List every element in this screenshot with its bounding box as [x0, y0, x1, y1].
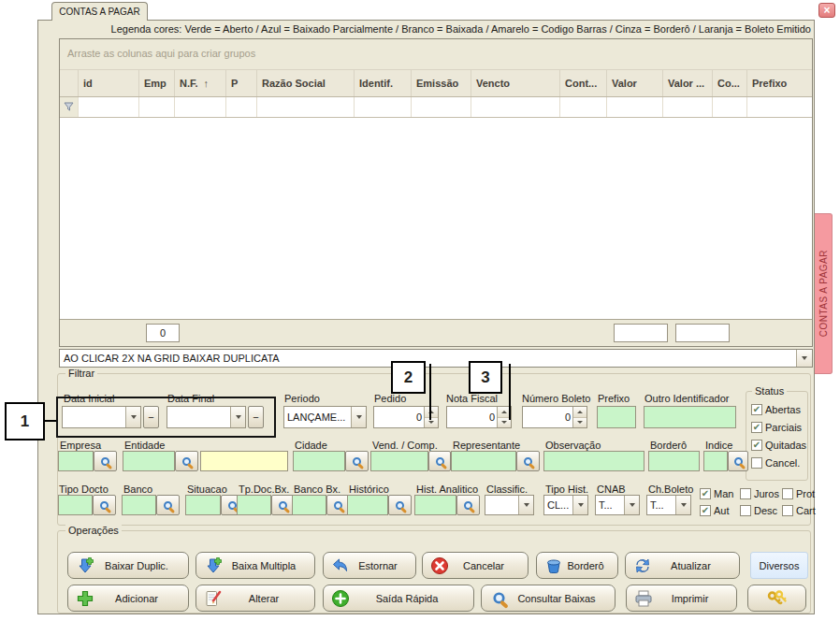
banco-input[interactable]: [122, 495, 156, 515]
historico-search-button[interactable]: [388, 495, 412, 515]
column-header-valor2[interactable]: Valor ...: [663, 70, 713, 96]
status-option-parciais[interactable]: ✔ Parciais: [751, 422, 802, 433]
cidade-input[interactable]: [293, 451, 345, 471]
check-aut[interactable]: ✔ Aut: [700, 505, 730, 516]
filter-cell-cont[interactable]: [560, 97, 607, 117]
tipo-hist-combo[interactable]: CL...: [543, 495, 588, 515]
entidade-name-input[interactable]: [200, 451, 288, 471]
bordero-input[interactable]: [648, 451, 700, 471]
imprimir-button[interactable]: Imprimir: [626, 585, 737, 612]
periodo-combo[interactable]: LANÇAME...: [283, 406, 367, 428]
tab-contas-a-pagar[interactable]: CONTAS A PAGAR: [51, 2, 148, 21]
column-header-cont[interactable]: Cont...: [560, 70, 607, 96]
column-header-valor[interactable]: Valor: [607, 70, 663, 96]
ch-boleto-combo[interactable]: T...: [646, 495, 691, 515]
column-header-co[interactable]: Co...: [713, 70, 747, 96]
column-header-selector[interactable]: [60, 70, 79, 96]
checkbox-unchecked-icon[interactable]: [782, 488, 793, 499]
checkbox-checked-icon[interactable]: ✔: [700, 505, 711, 516]
tp-doc-bx-input[interactable]: [237, 495, 271, 515]
indice-input[interactable]: [703, 451, 728, 471]
entidade-input[interactable]: [123, 451, 175, 471]
filter-cell-nf[interactable]: [175, 97, 226, 117]
pedido-spin-up-button[interactable]: [425, 407, 438, 418]
indice-search-button[interactable]: [728, 451, 748, 471]
adicionar-button[interactable]: Adicionar: [67, 585, 189, 612]
hist-analitico-input[interactable]: [414, 495, 456, 515]
column-header-nf[interactable]: N.F.↑: [175, 70, 226, 96]
checkbox-unchecked-icon[interactable]: [782, 505, 793, 516]
atualizar-button[interactable]: Atualizar: [625, 552, 740, 579]
cidade-search-button[interactable]: [345, 451, 369, 471]
filter-cell-p[interactable]: [226, 97, 257, 117]
filter-row-selector[interactable]: [60, 97, 79, 117]
checkbox-unchecked-icon[interactable]: [740, 505, 751, 516]
filter-cell-id[interactable]: [79, 97, 139, 117]
prefixo-input[interactable]: [597, 406, 636, 428]
status-option-quitadas[interactable]: ✔ Quitadas: [751, 440, 806, 451]
numero-boleto-spin-down-button[interactable]: [573, 418, 587, 428]
empresa-search-button[interactable]: [94, 451, 117, 471]
outro-identificador-input[interactable]: [644, 406, 736, 428]
bordero-button[interactable]: Borderô: [536, 552, 618, 579]
tipo-docto-input[interactable]: [58, 495, 93, 515]
baixar-duplic-button[interactable]: Baixar Duplic.: [67, 552, 189, 579]
column-header-id[interactable]: id: [79, 70, 139, 96]
classific-combo[interactable]: [485, 495, 534, 515]
representante-search-button[interactable]: [516, 451, 540, 471]
group-by-bar[interactable]: Arraste as colunas aqui para criar grupo…: [60, 39, 812, 69]
checkbox-checked-icon[interactable]: ✔: [751, 422, 762, 433]
cnab-dropdown-button[interactable]: [624, 496, 639, 514]
estornar-button[interactable]: Estornar: [323, 552, 416, 579]
filter-cell-identif[interactable]: [355, 97, 412, 117]
filter-cell-co[interactable]: [713, 97, 747, 117]
check-juros[interactable]: Juros: [740, 488, 779, 499]
diversos-button[interactable]: Diversos: [750, 552, 808, 579]
banco-search-button[interactable]: [156, 495, 180, 515]
historico-input[interactable]: [347, 495, 388, 515]
filter-cell-emp[interactable]: [139, 97, 175, 117]
checkbox-checked-icon[interactable]: ✔: [751, 404, 762, 415]
representante-input[interactable]: [451, 451, 516, 471]
check-desc[interactable]: Desc: [740, 505, 777, 516]
grid-action-combo[interactable]: AO CLICAR 2X NA GRID BAIXAR DUPLICATA: [59, 349, 813, 368]
numero-boleto-spin-up-button[interactable]: [573, 407, 587, 418]
entidade-search-button[interactable]: [175, 451, 198, 471]
periodo-dropdown-button[interactable]: [351, 407, 366, 427]
consultar-baixas-button[interactable]: Consultar Baixas: [481, 585, 616, 612]
saida-rapida-button[interactable]: Saída Rápida: [323, 585, 474, 612]
filter-cell-razao-social[interactable]: [257, 97, 355, 117]
check-man[interactable]: ✔ Man: [700, 488, 733, 499]
alterar-button[interactable]: Alterar: [196, 585, 315, 612]
column-header-emissao[interactable]: Emissão: [412, 70, 471, 96]
column-header-prefixo[interactable]: Prefixo: [747, 70, 812, 96]
status-option-cancel[interactable]: Cancel.: [751, 457, 800, 469]
nota-fiscal-spinner[interactable]: 0: [446, 406, 512, 428]
pedido-spin-down-button[interactable]: [425, 418, 438, 428]
filter-cell-valor2[interactable]: [663, 97, 713, 117]
check-cart[interactable]: Cart: [782, 505, 816, 516]
column-header-razao-social[interactable]: Razão Social: [257, 70, 355, 96]
situacao-input[interactable]: [185, 495, 221, 515]
check-prot[interactable]: Prot: [782, 488, 815, 499]
column-header-p[interactable]: P: [226, 70, 257, 96]
hist-analitico-search-button[interactable]: [456, 495, 480, 515]
numero-boleto-spinner[interactable]: 0: [522, 406, 587, 428]
tipo-hist-dropdown-button[interactable]: [572, 496, 587, 514]
vend-comp-search-button[interactable]: [428, 451, 451, 471]
vend-comp-input[interactable]: [370, 451, 428, 471]
column-header-vencto[interactable]: Vencto: [471, 70, 560, 96]
baixa-multipla-button[interactable]: Baixa Multipla: [196, 552, 315, 579]
filter-cell-valor[interactable]: [607, 97, 663, 117]
column-header-identif[interactable]: Identif.: [355, 70, 412, 96]
keys-button[interactable]: [747, 585, 806, 612]
observacao-input[interactable]: [543, 451, 644, 471]
grid-action-combo-dropdown-button[interactable]: [796, 350, 812, 367]
side-tab-contas-a-pagar[interactable]: CONTAS A PAGAR: [815, 213, 833, 374]
classific-dropdown-button[interactable]: [518, 496, 533, 514]
column-header-emp[interactable]: Emp: [139, 70, 175, 96]
empresa-input[interactable]: [58, 451, 94, 471]
checkbox-checked-icon[interactable]: ✔: [751, 440, 762, 451]
checkbox-unchecked-icon[interactable]: [740, 488, 751, 499]
status-option-abertas[interactable]: ✔ Abertas: [751, 404, 801, 415]
